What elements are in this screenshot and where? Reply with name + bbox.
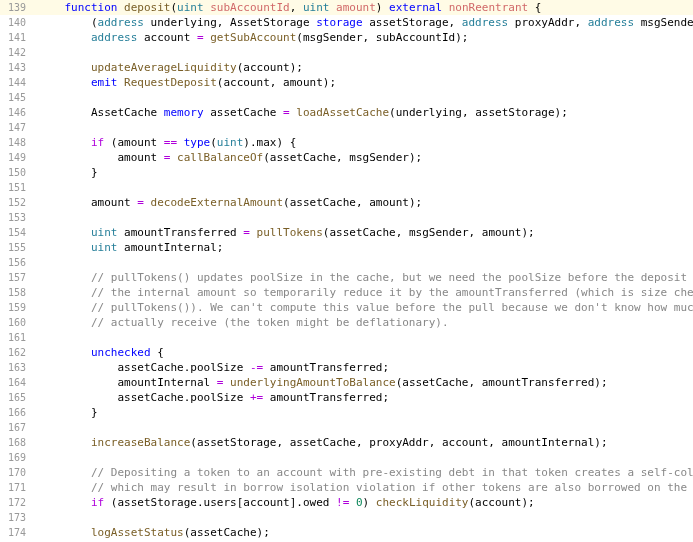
code-line[interactable]: 154 uint amountTransferred = pullTokens(… [0,225,693,240]
code-content[interactable]: (address underlying, AssetStorage storag… [34,15,693,30]
code-content[interactable]: uint amountTransferred = pullTokens(asse… [34,225,535,240]
line-number: 160 [0,315,34,330]
code-content[interactable]: amount = callBalanceOf(assetCache, msgSe… [34,150,422,165]
line-number: 166 [0,405,34,420]
code-line[interactable]: 166 } [0,405,693,420]
line-number: 151 [0,180,34,195]
line-number: 168 [0,435,34,450]
code-line[interactable]: 142 [0,45,693,60]
code-line[interactable]: 169 [0,450,693,465]
code-content[interactable]: } [34,165,98,180]
line-number: 149 [0,150,34,165]
line-number: 148 [0,135,34,150]
code-line[interactable]: 168 increaseBalance(assetStorage, assetC… [0,435,693,450]
code-content[interactable]: } [34,405,98,420]
code-line[interactable]: 167 [0,420,693,435]
code-line[interactable]: 151 [0,180,693,195]
code-line[interactable]: 158 // the internal amount so temporaril… [0,285,693,300]
code-content[interactable]: // which may result in borrow isolation … [34,480,693,495]
code-line[interactable]: 146 AssetCache memory assetCache = loadA… [0,105,693,120]
line-number: 169 [0,450,34,465]
code-content[interactable]: // the internal amount so temporarily re… [34,285,693,300]
line-number: 154 [0,225,34,240]
line-number: 161 [0,330,34,345]
code-content[interactable]: if (amount == type(uint).max) { [34,135,296,150]
code-line[interactable]: 153 [0,210,693,225]
code-line[interactable]: 170 // Depositing a token to an account … [0,465,693,480]
line-number: 150 [0,165,34,180]
line-number: 140 [0,15,34,30]
code-line[interactable]: 155 uint amountInternal; [0,240,693,255]
code-content[interactable]: increaseBalance(assetStorage, assetCache… [34,435,608,450]
line-number: 145 [0,90,34,105]
line-number: 156 [0,255,34,270]
code-line[interactable]: 141 address account = getSubAccount(msgS… [0,30,693,45]
line-number: 158 [0,285,34,300]
code-line[interactable]: 173 [0,510,693,525]
line-number: 173 [0,510,34,525]
code-content[interactable]: updateAverageLiquidity(account); [34,60,303,75]
code-content[interactable]: // actually receive (the token might be … [34,315,449,330]
code-line[interactable]: 152 amount = decodeExternalAmount(assetC… [0,195,693,210]
code-line[interactable]: 171 // which may result in borrow isolat… [0,480,693,495]
line-number: 171 [0,480,34,495]
code-line[interactable]: 160 // actually receive (the token might… [0,315,693,330]
code-line[interactable]: 172 if (assetStorage.users[account].owed… [0,495,693,510]
line-number: 164 [0,375,34,390]
code-line[interactable]: 159 // pullTokens()). We can't compute t… [0,300,693,315]
code-line[interactable]: 139 function deposit(uint subAccountId, … [0,0,693,15]
code-line[interactable]: 148 if (amount == type(uint).max) { [0,135,693,150]
code-line[interactable]: 150 } [0,165,693,180]
line-number: 139 [0,0,34,15]
code-content[interactable]: // pullTokens() updates poolSize in the … [34,270,693,285]
code-line[interactable]: 161 [0,330,693,345]
code-content[interactable]: amount = decodeExternalAmount(assetCache… [34,195,422,210]
code-editor[interactable]: 139 function deposit(uint subAccountId, … [0,0,693,540]
line-number: 163 [0,360,34,375]
line-number: 142 [0,45,34,60]
line-number: 152 [0,195,34,210]
line-number: 147 [0,120,34,135]
line-number: 141 [0,30,34,45]
code-line[interactable]: 162 unchecked { [0,345,693,360]
code-line[interactable]: 147 [0,120,693,135]
code-content[interactable]: address account = getSubAccount(msgSende… [34,30,468,45]
code-line[interactable]: 156 [0,255,693,270]
line-number: 157 [0,270,34,285]
code-line[interactable]: 164 amountInternal = underlyingAmountToB… [0,375,693,390]
line-number: 159 [0,300,34,315]
code-content[interactable]: logAssetStatus(assetCache); [34,525,270,540]
code-line[interactable]: 157 // pullTokens() updates poolSize in … [0,270,693,285]
line-number: 170 [0,465,34,480]
code-content[interactable]: emit RequestDeposit(account, amount); [34,75,336,90]
code-content[interactable]: AssetCache memory assetCache = loadAsset… [34,105,568,120]
code-line[interactable]: 149 amount = callBalanceOf(assetCache, m… [0,150,693,165]
code-content[interactable]: unchecked { [34,345,164,360]
code-content[interactable]: // Depositing a token to an account with… [34,465,693,480]
line-number: 174 [0,525,34,540]
code-content[interactable]: function deposit(uint subAccountId, uint… [34,0,541,15]
line-number: 155 [0,240,34,255]
code-content[interactable]: assetCache.poolSize += amountTransferred… [34,390,389,405]
line-number: 165 [0,390,34,405]
code-line[interactable]: 163 assetCache.poolSize -= amountTransfe… [0,360,693,375]
line-number: 162 [0,345,34,360]
line-number: 167 [0,420,34,435]
code-content[interactable]: uint amountInternal; [34,240,223,255]
code-line[interactable]: 145 [0,90,693,105]
code-content[interactable]: assetCache.poolSize -= amountTransferred… [34,360,389,375]
code-content[interactable]: amountInternal = underlyingAmountToBalan… [34,375,608,390]
line-number: 144 [0,75,34,90]
line-number: 143 [0,60,34,75]
code-line[interactable]: 165 assetCache.poolSize += amountTransfe… [0,390,693,405]
line-number: 153 [0,210,34,225]
code-content[interactable]: // pullTokens()). We can't compute this … [34,300,693,315]
code-line[interactable]: 143 updateAverageLiquidity(account); [0,60,693,75]
code-line[interactable]: 140 (address underlying, AssetStorage st… [0,15,693,30]
code-content[interactable]: if (assetStorage.users[account].owed != … [34,495,535,510]
code-line[interactable]: 144 emit RequestDeposit(account, amount)… [0,75,693,90]
code-line[interactable]: 174 logAssetStatus(assetCache); [0,525,693,540]
line-number: 146 [0,105,34,120]
line-number: 172 [0,495,34,510]
